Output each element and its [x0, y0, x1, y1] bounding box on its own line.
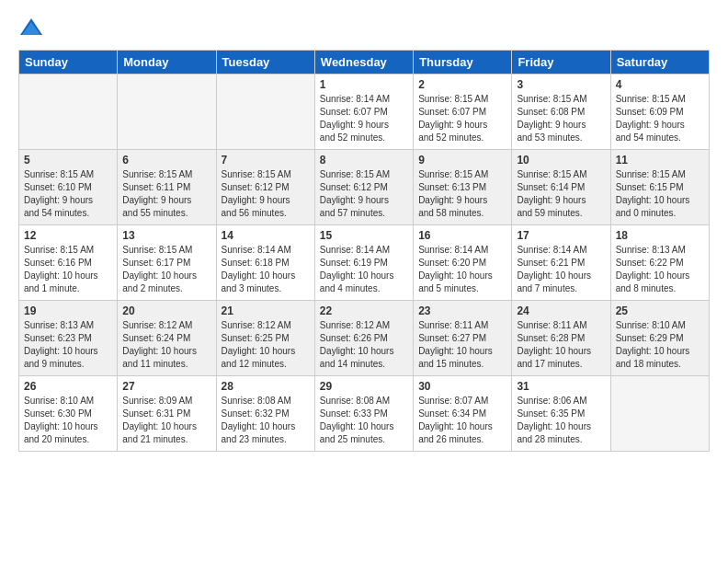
day-number: 8: [320, 154, 408, 167]
calendar-week-row: 19Sunrise: 8:13 AM Sunset: 6:23 PM Dayli…: [19, 301, 710, 376]
day-number: 11: [616, 154, 704, 167]
calendar-day: 15Sunrise: 8:14 AM Sunset: 6:19 PM Dayli…: [314, 225, 413, 301]
calendar-day: 28Sunrise: 8:08 AM Sunset: 6:32 PM Dayli…: [216, 376, 314, 452]
calendar-day: 17Sunrise: 8:14 AM Sunset: 6:21 PM Dayli…: [512, 225, 610, 301]
calendar-day: 24Sunrise: 8:11 AM Sunset: 6:28 PM Dayli…: [512, 301, 610, 376]
day-info: Sunrise: 8:10 AM Sunset: 6:30 PM Dayligh…: [24, 395, 112, 446]
day-number: 6: [122, 154, 210, 167]
day-number: 19: [24, 304, 112, 317]
day-info: Sunrise: 8:15 AM Sunset: 6:15 PM Dayligh…: [616, 168, 704, 220]
calendar-day: 3Sunrise: 8:15 AM Sunset: 6:08 PM Daylig…: [512, 75, 610, 150]
day-number: 20: [122, 304, 210, 317]
calendar-day: 30Sunrise: 8:07 AM Sunset: 6:34 PM Dayli…: [414, 376, 512, 452]
day-number: 12: [24, 229, 112, 242]
calendar-day: 27Sunrise: 8:09 AM Sunset: 6:31 PM Dayli…: [118, 376, 216, 452]
day-number: 25: [616, 304, 704, 317]
day-info: Sunrise: 8:11 AM Sunset: 6:28 PM Dayligh…: [517, 319, 605, 371]
day-number: 1: [320, 78, 408, 91]
calendar-day: 13Sunrise: 8:15 AM Sunset: 6:17 PM Dayli…: [118, 225, 216, 301]
calendar-day: 10Sunrise: 8:15 AM Sunset: 6:14 PM Dayli…: [512, 150, 610, 225]
day-number: 26: [24, 380, 112, 393]
day-number: 13: [122, 229, 210, 242]
day-number: 7: [222, 154, 310, 167]
calendar-day: 6Sunrise: 8:15 AM Sunset: 6:11 PM Daylig…: [118, 150, 216, 225]
day-info: Sunrise: 8:15 AM Sunset: 6:14 PM Dayligh…: [517, 168, 605, 220]
day-number: 10: [517, 154, 605, 167]
header: [18, 15, 710, 40]
calendar-day: [118, 75, 216, 150]
calendar-day: 20Sunrise: 8:12 AM Sunset: 6:24 PM Dayli…: [118, 301, 216, 376]
day-number: 24: [517, 304, 605, 317]
day-info: Sunrise: 8:13 AM Sunset: 6:22 PM Dayligh…: [616, 244, 704, 295]
day-number: 27: [122, 380, 210, 393]
day-info: Sunrise: 8:14 AM Sunset: 6:18 PM Dayligh…: [222, 244, 310, 295]
day-number: 3: [517, 78, 605, 91]
day-info: Sunrise: 8:13 AM Sunset: 6:23 PM Dayligh…: [24, 319, 112, 371]
day-number: 17: [517, 229, 605, 242]
day-info: Sunrise: 8:15 AM Sunset: 6:09 PM Dayligh…: [616, 93, 704, 144]
calendar-week-row: 26Sunrise: 8:10 AM Sunset: 6:30 PM Dayli…: [19, 376, 710, 452]
day-number: 5: [24, 154, 112, 167]
day-number: 16: [418, 229, 506, 242]
day-info: Sunrise: 8:14 AM Sunset: 6:20 PM Dayligh…: [418, 244, 506, 295]
calendar-header-saturday: Saturday: [610, 51, 709, 75]
day-number: 22: [320, 304, 408, 317]
day-info: Sunrise: 8:15 AM Sunset: 6:16 PM Dayligh…: [24, 244, 112, 295]
logo: [18, 15, 46, 40]
calendar-header-monday: Monday: [118, 51, 216, 75]
calendar-day: 22Sunrise: 8:12 AM Sunset: 6:26 PM Dayli…: [314, 301, 413, 376]
calendar-day: [610, 376, 709, 452]
calendar-day: 12Sunrise: 8:15 AM Sunset: 6:16 PM Dayli…: [19, 225, 118, 301]
day-info: Sunrise: 8:09 AM Sunset: 6:31 PM Dayligh…: [122, 395, 210, 446]
day-info: Sunrise: 8:14 AM Sunset: 6:21 PM Dayligh…: [517, 244, 605, 295]
calendar-day: 8Sunrise: 8:15 AM Sunset: 6:12 PM Daylig…: [314, 150, 413, 225]
day-number: 14: [222, 229, 310, 242]
calendar-day: 4Sunrise: 8:15 AM Sunset: 6:09 PM Daylig…: [610, 75, 709, 150]
day-info: Sunrise: 8:15 AM Sunset: 6:13 PM Dayligh…: [418, 168, 506, 220]
day-info: Sunrise: 8:08 AM Sunset: 6:32 PM Dayligh…: [222, 395, 310, 446]
calendar-day: 2Sunrise: 8:15 AM Sunset: 6:07 PM Daylig…: [414, 75, 512, 150]
day-info: Sunrise: 8:15 AM Sunset: 6:08 PM Dayligh…: [517, 93, 605, 144]
calendar-day: 21Sunrise: 8:12 AM Sunset: 6:25 PM Dayli…: [216, 301, 314, 376]
day-info: Sunrise: 8:15 AM Sunset: 6:10 PM Dayligh…: [24, 168, 112, 220]
day-info: Sunrise: 8:07 AM Sunset: 6:34 PM Dayligh…: [418, 395, 506, 446]
day-info: Sunrise: 8:12 AM Sunset: 6:25 PM Dayligh…: [222, 319, 310, 371]
day-info: Sunrise: 8:08 AM Sunset: 6:33 PM Dayligh…: [320, 395, 408, 446]
day-info: Sunrise: 8:12 AM Sunset: 6:26 PM Dayligh…: [320, 319, 408, 371]
calendar-day: [19, 75, 118, 150]
calendar-day: 18Sunrise: 8:13 AM Sunset: 6:22 PM Dayli…: [610, 225, 709, 301]
calendar-day: 1Sunrise: 8:14 AM Sunset: 6:07 PM Daylig…: [314, 75, 413, 150]
day-info: Sunrise: 8:11 AM Sunset: 6:27 PM Dayligh…: [418, 319, 506, 371]
calendar-day: 16Sunrise: 8:14 AM Sunset: 6:20 PM Dayli…: [414, 225, 512, 301]
day-info: Sunrise: 8:14 AM Sunset: 6:07 PM Dayligh…: [320, 93, 408, 144]
page: SundayMondayTuesdayWednesdayThursdayFrid…: [0, 0, 728, 563]
calendar-day: 14Sunrise: 8:14 AM Sunset: 6:18 PM Dayli…: [216, 225, 314, 301]
calendar-header-thursday: Thursday: [414, 51, 512, 75]
day-number: 15: [320, 229, 408, 242]
day-info: Sunrise: 8:10 AM Sunset: 6:29 PM Dayligh…: [616, 319, 704, 371]
calendar-day: 26Sunrise: 8:10 AM Sunset: 6:30 PM Dayli…: [19, 376, 118, 452]
calendar-day: [216, 75, 314, 150]
day-info: Sunrise: 8:15 AM Sunset: 6:12 PM Dayligh…: [320, 168, 408, 220]
day-number: 29: [320, 380, 408, 393]
calendar-header-row: SundayMondayTuesdayWednesdayThursdayFrid…: [19, 51, 710, 75]
day-number: 9: [418, 154, 506, 167]
calendar-day: 9Sunrise: 8:15 AM Sunset: 6:13 PM Daylig…: [414, 150, 512, 225]
calendar-header-sunday: Sunday: [19, 51, 118, 75]
calendar-day: 31Sunrise: 8:06 AM Sunset: 6:35 PM Dayli…: [512, 376, 610, 452]
day-number: 31: [517, 380, 605, 393]
day-number: 18: [616, 229, 704, 242]
day-info: Sunrise: 8:15 AM Sunset: 6:12 PM Dayligh…: [222, 168, 310, 220]
day-info: Sunrise: 8:15 AM Sunset: 6:11 PM Dayligh…: [122, 168, 210, 220]
day-number: 4: [616, 78, 704, 91]
calendar-day: 19Sunrise: 8:13 AM Sunset: 6:23 PM Dayli…: [19, 301, 118, 376]
calendar-week-row: 12Sunrise: 8:15 AM Sunset: 6:16 PM Dayli…: [19, 225, 710, 301]
calendar-week-row: 5Sunrise: 8:15 AM Sunset: 6:10 PM Daylig…: [19, 150, 710, 225]
calendar: SundayMondayTuesdayWednesdayThursdayFrid…: [18, 50, 710, 452]
calendar-day: 25Sunrise: 8:10 AM Sunset: 6:29 PM Dayli…: [610, 301, 709, 376]
day-info: Sunrise: 8:14 AM Sunset: 6:19 PM Dayligh…: [320, 244, 408, 295]
calendar-header-wednesday: Wednesday: [314, 51, 413, 75]
day-number: 30: [418, 380, 506, 393]
logo-icon: [18, 15, 44, 40]
day-number: 21: [222, 304, 310, 317]
